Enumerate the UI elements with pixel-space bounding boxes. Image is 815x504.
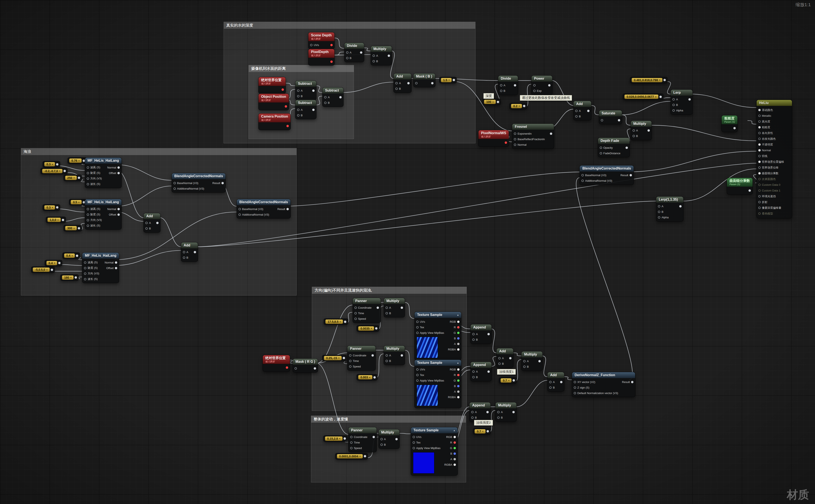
multiply-4[interactable]: MultiplyAB — [383, 346, 405, 365]
depth-fade[interactable]: Depth FadeOpacityFadeDistance — [598, 138, 630, 157]
input-pin[interactable] — [472, 338, 475, 341]
input-pin[interactable] — [395, 82, 398, 84]
input-pin-row[interactable]: B — [471, 415, 477, 420]
output-pin[interactable] — [115, 261, 117, 264]
abs-world-pos-2[interactable]: 绝对世界位置输入数据 — [262, 355, 290, 372]
output-pin-row[interactable] — [280, 87, 284, 92]
output-pin-row[interactable] — [624, 145, 628, 150]
heliu-result[interactable]: HeLiu基础颜色Metallic高光度粗糙度各向异性自发光颜色不透明度Norm… — [756, 100, 792, 218]
input-pin[interactable] — [84, 272, 86, 275]
node-header[interactable]: MF_HeLis_HaiLang — [82, 253, 119, 259]
output-pin[interactable] — [285, 105, 287, 108]
derive-normal-z[interactable]: DeriveNormalZ_FunctionXY vector (V2)Z si… — [572, 372, 635, 397]
node-header[interactable]: Add — [393, 73, 412, 79]
node-header[interactable]: PixelDepth输入数据 — [308, 49, 334, 58]
output-pin[interactable] — [457, 390, 460, 393]
material-pin-row[interactable]: Custom Data 0 — [758, 182, 790, 188]
node-header[interactable]: Object Position输入数据 — [258, 94, 288, 102]
const-0-4-b[interactable]: 0.4▾ — [45, 260, 62, 266]
node-header[interactable]: Divide — [344, 43, 364, 49]
output-pin[interactable] — [56, 206, 58, 209]
input-pin[interactable] — [758, 207, 761, 209]
input-pin-row[interactable]: B — [500, 88, 506, 94]
input-pin-row[interactable]: 方向 (V3) — [87, 176, 102, 181]
input-pin[interactable] — [84, 278, 86, 280]
lerp-135[interactable]: Lerp(1,1.35)ABAlpha — [656, 196, 684, 222]
input-pin-row[interactable]: B — [145, 226, 151, 231]
output-pin[interactable] — [453, 79, 455, 81]
divide-1[interactable]: DivideAB — [344, 43, 364, 62]
object-position[interactable]: Object Position输入数据 — [258, 94, 289, 110]
chevron-down-icon[interactable]: ▾ — [338, 357, 339, 359]
input-pin[interactable] — [498, 363, 501, 365]
output-pin[interactable] — [78, 177, 80, 179]
output-pin-row[interactable] — [406, 81, 410, 86]
output-pin-row[interactable] — [513, 83, 516, 88]
output-pin-row[interactable]: G — [448, 378, 460, 383]
input-pin[interactable] — [385, 307, 388, 309]
node-header[interactable]: Mask ( B ) — [414, 73, 435, 79]
node-header[interactable]: Multiply — [384, 346, 405, 352]
subtract-1[interactable]: SubtractAB — [295, 81, 316, 100]
input-pin[interactable] — [294, 367, 297, 370]
input-pin[interactable] — [523, 366, 526, 368]
multiply-2[interactable]: MultiplyAB — [631, 121, 652, 140]
comment-title-bar[interactable]: 整体的波动，速度慢 — [311, 416, 466, 423]
chevron-down-icon[interactable]: ▾ — [70, 276, 71, 279]
append-3[interactable]: AppendAB — [469, 402, 491, 422]
output-pin[interactable] — [454, 458, 456, 460]
input-pin-row[interactable]: Speed — [350, 445, 367, 451]
output-pin[interactable] — [375, 327, 377, 330]
input-pin-row[interactable]: 波长 (S) — [84, 276, 99, 282]
material-pin-row[interactable]: 自发光颜色 — [758, 136, 790, 142]
node-header[interactable]: Subtract — [295, 100, 316, 106]
output-pin[interactable] — [486, 411, 489, 413]
pixel-normal-ws[interactable]: PixelNormalWS输入数据 — [478, 130, 509, 147]
input-pin[interactable] — [633, 129, 635, 132]
node-header[interactable]: Texture Sample▴ — [415, 312, 461, 318]
input-pin[interactable] — [758, 189, 761, 192]
output-pin-row[interactable] — [687, 97, 691, 102]
output-pin-row[interactable]: RGBA — [448, 347, 460, 352]
input-pin-row[interactable]: Apply View MipBias — [416, 378, 444, 383]
input-pin[interactable] — [173, 182, 176, 184]
output-pin-row[interactable] — [311, 107, 314, 112]
output-pin[interactable] — [312, 109, 314, 111]
node-header[interactable]: BlendAngleCorrectedNormals — [580, 166, 634, 171]
input-pin-row[interactable]: Default Normalization vector (V3) — [574, 390, 618, 396]
add-3[interactable]: AddAB — [143, 213, 160, 233]
chevron-down-icon[interactable]: ▾ — [449, 79, 450, 81]
output-pin[interactable] — [388, 55, 390, 57]
append-2[interactable]: AppendAB — [471, 362, 492, 381]
node-header[interactable]: Camera Position输入数据 — [258, 114, 290, 122]
input-pin[interactable] — [183, 256, 185, 259]
const-0-4-a[interactable]: 0.4▾ — [62, 252, 80, 259]
material-graph-canvas[interactable]: 真实的水的深度摄像机到水面的距离海浪方向(偏向)不同并且流速快的混浊,整体的波动… — [0, 0, 815, 504]
input-pin-row[interactable]: A — [523, 359, 529, 364]
output-pin[interactable] — [457, 326, 460, 328]
const-speed-3[interactable]: 0.0001,0.0004▾ — [335, 453, 368, 459]
input-pin[interactable] — [500, 90, 502, 92]
comment-title-bar[interactable]: 摄像机到水面的距离 — [249, 65, 354, 72]
add-1[interactable]: AddAB — [393, 73, 412, 93]
output-pin-row[interactable] — [370, 353, 374, 358]
input-pin-row[interactable]: B — [183, 255, 188, 261]
input-pin[interactable] — [416, 332, 419, 334]
chevron-down-icon[interactable]: ▾ — [493, 101, 494, 103]
output-pin-row[interactable]: RGBA — [448, 395, 460, 400]
output-pin-row[interactable]: RGB — [448, 367, 460, 372]
input-pin[interactable] — [87, 183, 89, 185]
output-pin-row[interactable]: A — [448, 341, 460, 347]
output-pin-row[interactable]: R — [448, 324, 460, 330]
node-header[interactable]: Add — [574, 101, 591, 107]
input-pin[interactable] — [349, 360, 351, 362]
input-pin-row[interactable]: B — [472, 337, 478, 343]
output-pin[interactable] — [457, 343, 460, 345]
input-pin[interactable] — [471, 416, 474, 419]
output-pin-row[interactable] — [371, 434, 375, 440]
node-header[interactable]: Power — [532, 76, 553, 82]
output-pin[interactable] — [360, 51, 362, 54]
output-pin-row[interactable] — [285, 123, 289, 129]
input-pin[interactable] — [658, 205, 660, 207]
node-header[interactable]: Multiply — [631, 121, 652, 127]
